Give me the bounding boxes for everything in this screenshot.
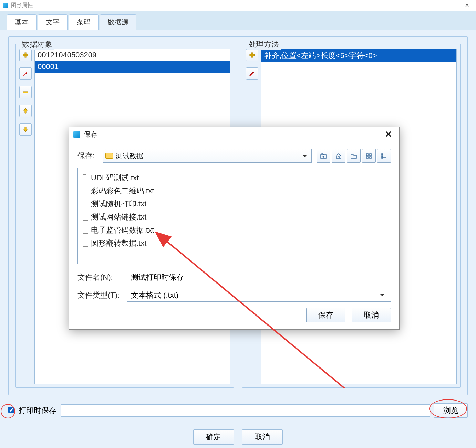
process-method-label: 处理方法 (247, 39, 281, 50)
location-value: 测试数据 (116, 151, 297, 161)
app-icon (3, 3, 8, 8)
dialog-toolbar (317, 149, 391, 163)
list-item[interactable]: 补齐,位置<左端>长度<5>字符<0> (261, 49, 456, 62)
document-icon (83, 174, 88, 181)
chevron-down-icon[interactable] (377, 289, 387, 301)
remove-button[interactable] (19, 86, 32, 98)
data-object-toolbar (19, 49, 32, 384)
edit-button[interactable] (246, 67, 258, 80)
app-icon (73, 131, 80, 138)
cancel-button[interactable]: 取消 (352, 308, 391, 322)
window-title: 图形属性 (11, 2, 33, 9)
tab-barcode[interactable]: 条码 (69, 14, 99, 30)
file-item[interactable]: 彩码彩色二维码.txt (83, 184, 386, 198)
document-icon (83, 188, 88, 194)
chevron-down-icon[interactable] (300, 149, 309, 162)
file-item[interactable]: UDI 码测试.txt (83, 171, 386, 184)
save-on-print-checkbox[interactable] (8, 407, 14, 413)
save-dialog-titlebar: 保存 ✕ (69, 127, 399, 142)
svg-rect-10 (382, 156, 383, 157)
home-icon[interactable] (332, 149, 345, 163)
document-icon (83, 201, 88, 207)
file-list[interactable]: UDI 码测试.txt 彩码彩色二维码.txt 测试随机打印.txt 测试网站链… (77, 168, 391, 264)
save-on-print-row: 打印时保存 浏览 (8, 403, 468, 418)
document-icon (83, 214, 88, 221)
data-object-label: 数据对象 (20, 39, 54, 50)
up-folder-icon[interactable] (317, 149, 330, 163)
edit-button[interactable] (19, 67, 32, 80)
svg-rect-2 (23, 92, 28, 93)
svg-rect-7 (366, 157, 368, 158)
ok-button[interactable]: 确定 (193, 429, 234, 445)
title-bar: 图形属性 × (0, 0, 476, 11)
list-item[interactable]: 00121040503209 (35, 49, 230, 61)
file-item[interactable]: 测试随机打印.txt (83, 198, 386, 211)
tab-text[interactable]: 文字 (38, 14, 68, 30)
svg-rect-5 (366, 154, 368, 156)
add-button[interactable] (19, 49, 32, 61)
filetype-value: 文本格式 (.txt) (131, 290, 375, 300)
list-view-icon[interactable] (377, 149, 391, 163)
document-icon (83, 227, 88, 234)
filename-label: 文件名(N): (77, 272, 122, 282)
location-label: 保存: (77, 151, 98, 161)
tab-strip: 基本 文字 条码 数据源 (0, 11, 476, 30)
browse-button[interactable]: 浏览 (434, 403, 468, 418)
cancel-button[interactable]: 取消 (242, 429, 283, 445)
close-icon[interactable]: ✕ (382, 129, 395, 140)
svg-rect-8 (370, 157, 371, 158)
tab-datasource[interactable]: 数据源 (100, 14, 136, 30)
filetype-combo[interactable]: 文本格式 (.txt) (127, 289, 391, 302)
dialog-footer: 确定 取消 (0, 429, 476, 445)
save-dialog: 保存 ✕ 保存: 测试数据 UDI (69, 127, 400, 330)
folder-icon (105, 153, 113, 159)
move-down-button[interactable] (19, 123, 32, 136)
file-item[interactable]: 圆形翻转数据.txt (83, 237, 386, 250)
svg-rect-1 (23, 54, 28, 56)
file-item[interactable]: 测试网站链接.txt (83, 211, 386, 224)
save-dialog-title: 保存 (84, 130, 97, 139)
filetype-label: 文件类型(T): (77, 290, 122, 300)
svg-rect-4 (250, 54, 255, 56)
file-item[interactable]: 电子监管码数据.txt (83, 224, 386, 237)
save-path-input[interactable] (61, 404, 430, 417)
save-on-print-label: 打印时保存 (19, 405, 56, 416)
icon-view-icon[interactable] (362, 149, 376, 163)
svg-rect-6 (370, 154, 371, 156)
add-button[interactable] (246, 49, 258, 61)
move-up-button[interactable] (19, 105, 32, 117)
svg-rect-11 (382, 157, 383, 158)
close-icon[interactable]: × (461, 1, 473, 9)
filename-input[interactable] (127, 271, 391, 284)
document-icon (83, 240, 88, 247)
save-dialog-actions: 保存 取消 (77, 308, 391, 322)
svg-rect-9 (382, 154, 383, 155)
list-item[interactable]: 00001 (35, 61, 230, 73)
save-button[interactable]: 保存 (306, 308, 345, 322)
new-folder-icon[interactable] (347, 149, 361, 163)
tab-basic[interactable]: 基本 (7, 14, 37, 30)
location-combo[interactable]: 测试数据 (103, 149, 312, 163)
content-area: 数据对象 00121040503209 00001 处理方法 补齐,位置<左端>… (0, 30, 476, 448)
